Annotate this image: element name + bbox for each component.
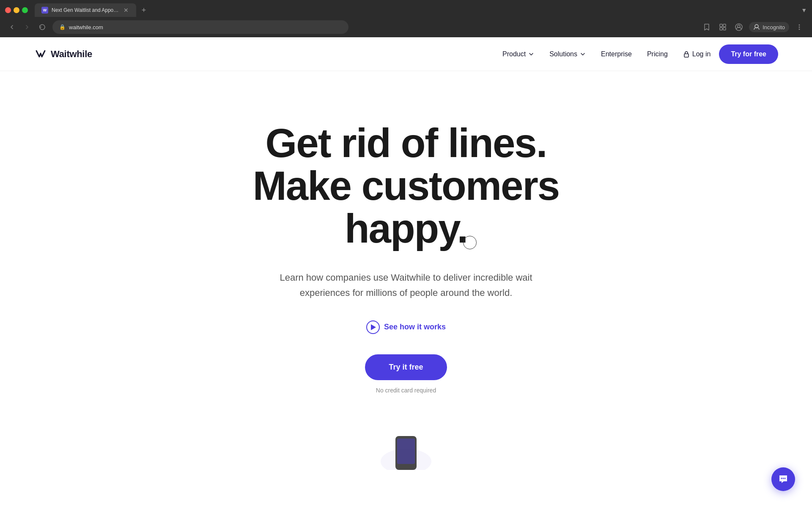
hero-try-free-button[interactable]: Try it free xyxy=(365,354,447,380)
browser-tab-active[interactable]: W Next Gen Waitlist and Appoint... ✕ xyxy=(35,3,136,17)
svg-point-9 xyxy=(799,29,800,30)
see-how-label: See how it works xyxy=(384,323,446,331)
cta-section: Try it free No credit card required xyxy=(365,354,447,394)
browser-action-buttons: Incognito xyxy=(701,21,805,33)
play-icon xyxy=(366,320,380,334)
nav-product[interactable]: Product xyxy=(502,50,534,58)
hero-illustration xyxy=(364,428,448,470)
address-bar-field[interactable]: 🔒 waitwhile.com xyxy=(52,20,348,34)
tab-close-button[interactable]: ✕ xyxy=(123,7,129,13)
login-link[interactable]: Log in xyxy=(683,50,711,58)
no-credit-card-text: No credit card required xyxy=(376,387,436,394)
hero-section: Get rid of lines. Make customers happy. … xyxy=(152,71,660,428)
svg-point-15 xyxy=(783,478,784,479)
login-label: Log in xyxy=(692,50,711,58)
hero-bottom-graphic xyxy=(0,428,812,470)
lock-icon: 🔒 xyxy=(59,24,66,30)
svg-rect-0 xyxy=(720,24,722,27)
browser-tab-bar: W Next Gen Waitlist and Appoint... ✕ + ▼ xyxy=(0,0,812,17)
website-content: Waitwhile Product Solutions Enterprise P… xyxy=(0,37,812,470)
incognito-label: Incognito xyxy=(763,24,785,30)
refresh-button[interactable] xyxy=(37,22,47,32)
browser-address-bar: 🔒 waitwhile.com xyxy=(0,17,812,37)
close-window-button[interactable] xyxy=(5,7,11,13)
logo-icon xyxy=(34,47,47,61)
bookmark-button[interactable] xyxy=(701,21,713,33)
navbar: Waitwhile Product Solutions Enterprise P… xyxy=(0,37,812,71)
hero-title-line2: Make customers happy. xyxy=(253,163,559,251)
nav-solutions-label: Solutions xyxy=(549,50,577,58)
logo-text: Waitwhile xyxy=(51,49,92,60)
new-tab-button[interactable]: + xyxy=(138,4,150,16)
browser-menu-button[interactable] xyxy=(793,21,805,33)
nav-product-label: Product xyxy=(502,50,526,58)
svg-point-5 xyxy=(738,25,740,28)
svg-point-8 xyxy=(799,27,800,28)
svg-rect-3 xyxy=(723,28,726,30)
chevron-down-icon xyxy=(580,51,586,57)
nav-enterprise[interactable]: Enterprise xyxy=(601,50,632,58)
extensions-button[interactable] xyxy=(717,21,729,33)
svg-rect-1 xyxy=(723,24,726,27)
nav-enterprise-label: Enterprise xyxy=(601,50,632,58)
chat-icon xyxy=(778,474,789,485)
maximize-window-button[interactable] xyxy=(22,7,28,13)
nav-solutions[interactable]: Solutions xyxy=(549,50,586,58)
favicon-letter: W xyxy=(43,8,47,12)
logo-link[interactable]: Waitwhile xyxy=(34,47,92,61)
forward-button[interactable] xyxy=(22,22,32,32)
chevron-down-icon xyxy=(528,51,534,57)
browser-chrome: W Next Gen Waitlist and Appoint... ✕ + ▼ xyxy=(0,0,812,37)
svg-rect-10 xyxy=(684,54,689,57)
nav-links: Product Solutions Enterprise Pricing xyxy=(502,50,668,58)
nav-pricing[interactable]: Pricing xyxy=(647,50,668,58)
svg-point-14 xyxy=(781,478,782,479)
nav-pricing-label: Pricing xyxy=(647,50,668,58)
tab-favicon: W xyxy=(41,7,48,14)
traffic-lights xyxy=(5,7,28,13)
nav-actions: Log in Try for free xyxy=(683,44,778,64)
see-how-link[interactable]: See how it works xyxy=(366,320,446,334)
chat-widget-button[interactable] xyxy=(771,467,795,491)
back-button[interactable] xyxy=(7,22,17,32)
hero-title: Get rid of lines. Make customers happy. xyxy=(203,122,609,250)
nav-try-free-button[interactable]: Try for free xyxy=(719,44,778,64)
play-triangle xyxy=(371,324,376,330)
lock-icon xyxy=(683,51,690,58)
profile-button[interactable] xyxy=(733,21,745,33)
svg-rect-13 xyxy=(397,439,415,464)
hero-subtitle: Learn how companies use Waitwhile to del… xyxy=(275,270,537,300)
tab-title: Next Gen Waitlist and Appoint... xyxy=(52,7,119,13)
svg-point-7 xyxy=(799,25,800,26)
minimize-window-button[interactable] xyxy=(14,7,19,13)
svg-point-16 xyxy=(785,478,786,479)
url-text: waitwhile.com xyxy=(69,24,103,30)
svg-rect-2 xyxy=(720,28,722,30)
hero-title-line1: Get rid of lines. xyxy=(266,120,547,166)
incognito-badge: Incognito xyxy=(749,22,789,32)
browser-collapse-button[interactable]: ▼ xyxy=(801,7,807,14)
